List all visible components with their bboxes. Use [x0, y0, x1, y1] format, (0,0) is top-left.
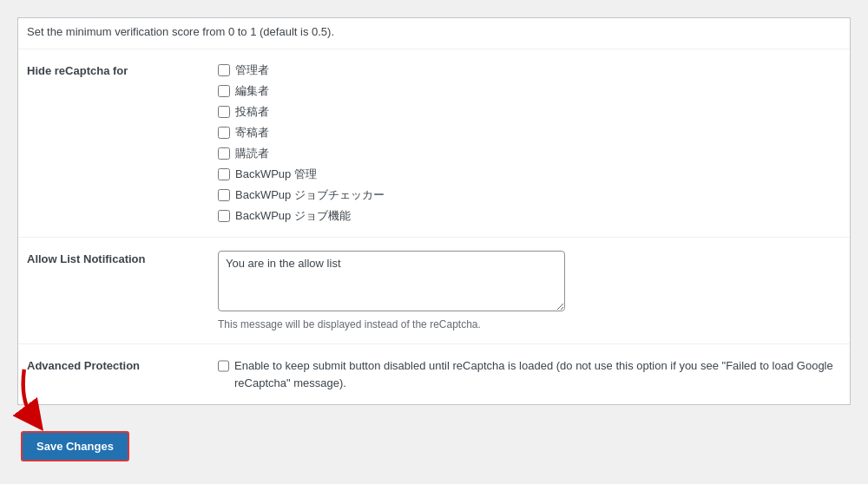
advanced-protection-checkbox-label[interactable]: Enable to keep submit button disabled un…	[218, 357, 841, 391]
checkbox-editor-label: 編集者	[235, 83, 269, 99]
header-description-row: Set the minimum verification score from …	[18, 18, 850, 49]
allow-list-description: This message will be displayed instead o…	[218, 318, 841, 330]
checkbox-backwpup-jobfunction-input[interactable]	[218, 210, 230, 222]
checkbox-backwpup-admin-label: BackWPup 管理	[235, 167, 317, 182]
save-changes-button[interactable]: Save Changes	[21, 431, 129, 461]
allow-list-field: You are in the allow list This message w…	[218, 251, 841, 330]
checkbox-editor-input[interactable]	[218, 85, 230, 97]
checkbox-author-label: 投稿者	[235, 104, 269, 120]
hide-recaptcha-field: 管理者 編集者 投稿者 寄稿者	[218, 62, 841, 224]
checkbox-admin[interactable]: 管理者	[218, 62, 841, 78]
hide-recaptcha-label: Hide reCaptcha for	[27, 62, 218, 77]
checkbox-admin-label: 管理者	[235, 62, 269, 78]
checkbox-backwpup-jobchecker-input[interactable]	[218, 189, 230, 201]
advanced-protection-checkbox[interactable]	[218, 360, 229, 372]
advanced-protection-description: Enable to keep submit button disabled un…	[234, 357, 841, 391]
checkbox-author[interactable]: 投稿者	[218, 104, 841, 120]
checkbox-editor[interactable]: 編集者	[218, 83, 841, 99]
allow-list-row: Allow List Notification You are in the a…	[18, 238, 850, 344]
checkbox-backwpup-admin-input[interactable]	[218, 168, 230, 180]
checkbox-backwpup-jobfunction-label: BackWPup ジョブ機能	[235, 208, 351, 224]
checkbox-backwpup-jobchecker[interactable]: BackWPup ジョブチェッカー	[218, 187, 841, 203]
checkbox-author-input[interactable]	[218, 106, 230, 118]
hide-recaptcha-checkboxes: 管理者 編集者 投稿者 寄稿者	[218, 62, 841, 224]
allow-list-textarea[interactable]: You are in the allow list	[218, 251, 565, 311]
checkbox-backwpup-jobchecker-label: BackWPup ジョブチェッカー	[235, 187, 385, 203]
checkbox-contributor-input[interactable]	[218, 127, 230, 139]
hide-recaptcha-row: Hide reCaptcha for 管理者 編集者 投稿者	[18, 49, 850, 238]
arrow-icon	[9, 362, 78, 431]
checkbox-subscriber-label: 購読者	[235, 146, 269, 161]
allow-list-label: Allow List Notification	[27, 251, 218, 265]
checkbox-contributor-label: 寄稿者	[235, 125, 269, 141]
advanced-protection-field: Enable to keep submit button disabled un…	[218, 357, 841, 391]
checkbox-subscriber-input[interactable]	[218, 147, 230, 160]
checkbox-contributor[interactable]: 寄稿者	[218, 125, 841, 141]
checkbox-backwpup-admin[interactable]: BackWPup 管理	[218, 167, 841, 182]
checkbox-subscriber[interactable]: 購読者	[218, 146, 841, 161]
checkbox-admin-input[interactable]	[218, 64, 230, 76]
header-description-text: Set the minimum verification score from …	[27, 25, 334, 38]
checkbox-backwpup-jobfunction[interactable]: BackWPup ジョブ機能	[218, 208, 841, 224]
save-button-container: Save Changes	[17, 422, 851, 479]
settings-table: Set the minimum verification score from …	[17, 17, 851, 405]
advanced-protection-row: Advanced Protection Enable to keep submi…	[18, 344, 850, 404]
